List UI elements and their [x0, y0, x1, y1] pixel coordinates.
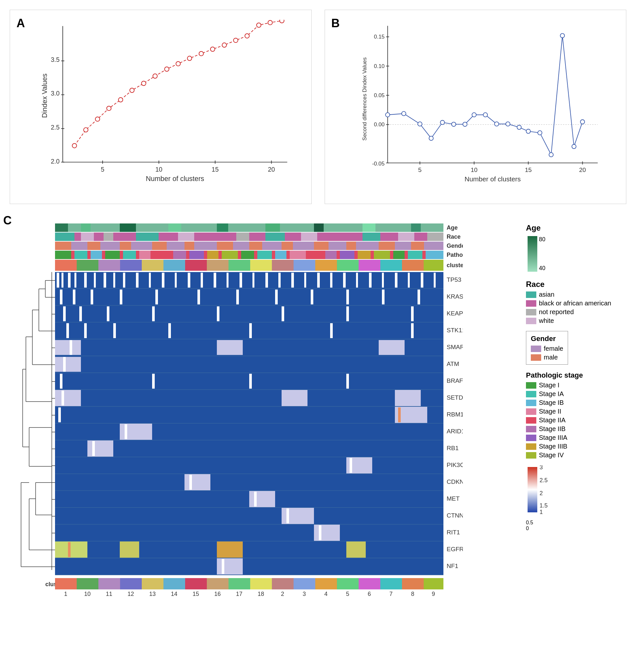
svg-rect-359 — [337, 578, 359, 590]
race-color-asian — [526, 291, 536, 298]
main-container: A 2.0 2.5 3.0 3.5 5 10 15 — [0, 0, 636, 672]
svg-rect-163 — [379, 242, 395, 250]
svg-rect-127 — [55, 224, 68, 232]
svg-rect-228 — [226, 273, 228, 288]
svg-rect-258 — [55, 306, 443, 322]
svg-text:8: 8 — [411, 591, 414, 597]
svg-text:Number of clusters: Number of clusters — [464, 175, 521, 183]
svg-rect-257 — [418, 290, 420, 304]
svg-text:0.15: 0.15 — [374, 34, 384, 40]
legend-panel: Age 80 40 — [526, 224, 630, 532]
svg-rect-240 — [382, 273, 384, 288]
svg-rect-188 — [408, 251, 422, 259]
race-label-asian: asian — [539, 291, 554, 298]
stage-item-iiib: Stage IIIB — [526, 443, 630, 450]
race-color-not-reported — [526, 309, 536, 315]
svg-rect-235 — [317, 273, 320, 288]
svg-rect-243 — [421, 273, 423, 288]
svg-rect-272 — [249, 323, 252, 338]
svg-rect-362 — [402, 578, 424, 590]
stage-label-ia: Stage IA — [539, 390, 564, 398]
age-legend-title: Age — [526, 224, 630, 232]
race-item-white: white — [526, 317, 630, 325]
svg-rect-132 — [265, 224, 280, 232]
race-color-black — [526, 300, 536, 307]
heatmap-scale-labels: 0.5 0 — [526, 520, 630, 532]
svg-rect-263 — [217, 306, 219, 321]
chart-b-svg: -0.05 0.00 0.05 0.10 0.15 5 10 15 20 — [351, 20, 613, 184]
svg-rect-302 — [92, 441, 95, 456]
gender-annotation-row: Gender — [55, 242, 463, 250]
svg-rect-187 — [393, 251, 404, 259]
svg-text:15: 15 — [525, 167, 532, 173]
svg-text:EGFR: EGFR — [446, 546, 463, 553]
svg-text:5: 5 — [418, 167, 421, 173]
svg-text:KRAS: KRAS — [446, 293, 463, 300]
svg-rect-156 — [152, 242, 167, 250]
svg-rect-194 — [120, 260, 142, 271]
svg-rect-348 — [98, 578, 120, 590]
svg-text:10: 10 — [84, 591, 91, 597]
svg-text:CDKN2A: CDKN2A — [446, 478, 463, 485]
svg-rect-223 — [162, 273, 164, 288]
svg-rect-212 — [57, 273, 59, 288]
svg-rect-262 — [152, 306, 155, 321]
svg-rect-129 — [120, 224, 136, 232]
svg-rect-198 — [207, 260, 228, 271]
svg-point-24 — [118, 97, 123, 102]
svg-rect-268 — [66, 323, 69, 338]
svg-rect-144 — [236, 232, 249, 241]
race-color-white — [526, 318, 536, 324]
svg-text:Age: Age — [446, 225, 458, 231]
svg-rect-254 — [311, 290, 313, 304]
svg-rect-255 — [346, 290, 349, 304]
svg-rect-217 — [94, 273, 96, 288]
svg-rect-314 — [286, 508, 289, 523]
svg-rect-308 — [190, 475, 192, 490]
svg-point-63 — [401, 111, 405, 116]
svg-rect-164 — [411, 242, 424, 250]
svg-rect-233 — [291, 273, 294, 288]
svg-rect-293 — [55, 407, 443, 423]
svg-rect-260 — [79, 306, 82, 321]
age-max-label: 80 — [539, 236, 545, 243]
panel-a-label: A — [17, 17, 25, 30]
svg-point-65 — [429, 136, 433, 140]
svg-point-68 — [462, 122, 467, 126]
clusters-annotation-row: clusters — [55, 260, 463, 271]
svg-text:9: 9 — [432, 591, 435, 597]
svg-text:1.5: 1.5 — [539, 502, 548, 509]
svg-rect-244 — [434, 273, 436, 288]
svg-rect-247 — [73, 290, 75, 304]
svg-text:12: 12 — [127, 591, 134, 597]
svg-rect-153 — [55, 242, 71, 250]
svg-rect-178 — [241, 251, 254, 259]
svg-rect-232 — [278, 273, 281, 288]
svg-rect-306 — [55, 474, 443, 490]
svg-rect-383 — [528, 467, 537, 512]
svg-point-71 — [494, 122, 498, 126]
svg-rect-350 — [142, 578, 163, 590]
svg-rect-279 — [69, 340, 72, 355]
svg-text:10: 10 — [471, 167, 477, 173]
svg-rect-193 — [98, 260, 120, 271]
svg-rect-201 — [272, 260, 294, 271]
svg-rect-231 — [265, 273, 268, 288]
svg-point-72 — [505, 122, 510, 126]
top-row: A 2.0 2.5 3.0 3.5 5 10 15 — [0, 0, 636, 211]
svg-rect-238 — [356, 273, 358, 288]
cluster-bar-bottom: clusters 1 10 — [45, 578, 443, 597]
svg-rect-208 — [424, 260, 443, 271]
svg-rect-183 — [325, 251, 337, 259]
svg-rect-246 — [60, 290, 62, 304]
svg-text:15: 15 — [193, 591, 199, 597]
svg-rect-206 — [380, 260, 402, 271]
svg-point-62 — [385, 113, 390, 117]
svg-text:Number of clusters: Number of clusters — [146, 175, 204, 183]
svg-text:0.10: 0.10 — [374, 63, 384, 69]
stage-label-iib: Stage IIB — [539, 425, 565, 433]
svg-rect-197 — [185, 260, 207, 271]
svg-rect-181 — [290, 251, 306, 259]
age-min-label: 40 — [539, 265, 545, 272]
svg-text:10: 10 — [155, 166, 162, 173]
